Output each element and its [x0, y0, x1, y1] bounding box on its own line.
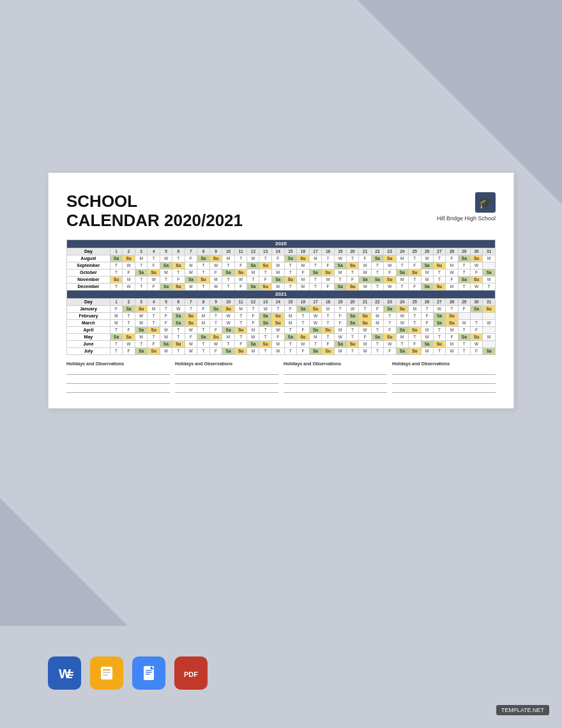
day-cell: M: [234, 305, 247, 312]
day-cell: W: [359, 326, 372, 333]
day-cell: T: [222, 340, 235, 347]
day-cell: T: [259, 347, 272, 354]
day-cell: T: [160, 305, 172, 312]
day-cell: Su: [409, 269, 422, 276]
day-cell: T: [259, 269, 272, 276]
day-cell: W: [209, 262, 222, 269]
day-cell: Su: [359, 312, 372, 319]
holiday-line: [66, 386, 170, 393]
google-docs-icon[interactable]: [132, 656, 165, 690]
day-cell: F: [322, 340, 335, 347]
day-cell: T: [433, 255, 446, 262]
day-cell: Sa: [309, 347, 322, 354]
day-cell: W: [222, 319, 235, 326]
day-cell: T: [222, 262, 235, 269]
day-cell: [458, 312, 470, 319]
day-cell: W: [135, 312, 148, 319]
day-cell: W: [334, 255, 346, 262]
day-cell: Su: [259, 283, 272, 290]
day-cell: W: [383, 283, 396, 290]
day-cell: F: [234, 283, 247, 290]
table-row: AprilTFSaSuMTWTFSaSuMTWTFSaSuMTWTFSaSuMT…: [67, 326, 496, 333]
day-cell: M: [160, 269, 172, 276]
pdf-svg: PDF: [181, 663, 201, 683]
day-cell: T: [359, 305, 372, 312]
day-cell: T: [334, 305, 346, 312]
day-cell: Sa: [359, 276, 372, 283]
day-cell: M: [271, 283, 284, 290]
holiday-col-2: Holidays and Observations: [175, 361, 278, 395]
month-name: December: [67, 283, 110, 290]
day-cell: M: [148, 305, 160, 312]
day-cell: T: [284, 269, 297, 276]
day-cell: Sa: [346, 312, 359, 319]
svg-rect-14: [146, 670, 152, 671]
month-name: March: [67, 319, 110, 326]
word-icon[interactable]: W: [48, 656, 81, 690]
day-cell: M: [110, 312, 123, 319]
pdf-icon[interactable]: PDF: [174, 656, 208, 690]
day-cell: Su: [234, 269, 247, 276]
template-badge: TEMPLATE.NET: [496, 705, 549, 715]
day-cell: M: [371, 319, 383, 326]
day-cell: W: [297, 283, 310, 290]
day-cell: Sa: [309, 326, 322, 333]
table-row: MarchMTWTFSaSuMTWTFSaSuMTWTFSaSuMTWTFSaS…: [67, 319, 496, 326]
day-cell: Sa: [123, 305, 135, 312]
svg-rect-9: [103, 669, 110, 671]
day-cell: T: [110, 326, 123, 333]
holiday-line: [284, 377, 387, 384]
pages-icon[interactable]: [90, 656, 123, 690]
day-cell: T: [247, 276, 259, 283]
day-cell: F: [371, 305, 383, 312]
day-cell: Sa: [172, 312, 185, 319]
day-cell: F: [297, 269, 310, 276]
day-cell: Sa: [396, 269, 409, 276]
day-cell: F: [383, 269, 396, 276]
day-cell: Su: [185, 319, 197, 326]
day-cell: Su: [222, 305, 235, 312]
day-cell: M: [247, 326, 259, 333]
day-cell: F: [148, 283, 160, 290]
day-cell: Su: [123, 333, 135, 340]
day-cell: T: [433, 333, 446, 340]
day-cell: T: [309, 283, 322, 290]
day-cell: Sa: [160, 283, 172, 290]
day-cell: Sa: [247, 262, 259, 269]
day-cell: F: [234, 340, 247, 347]
day-cell: W: [470, 340, 483, 347]
day-cell: M: [483, 276, 496, 283]
day-cell: T: [284, 326, 297, 333]
day-cell: T: [172, 326, 185, 333]
day-cell: T: [172, 269, 185, 276]
day-cell: Su: [271, 319, 284, 326]
day-cell: Su: [297, 255, 310, 262]
day-cell: F: [409, 283, 422, 290]
school-name: Hill Bridge High School: [437, 215, 496, 222]
day-cell: Sa: [458, 276, 470, 283]
day-cell: Su: [359, 319, 372, 326]
pages-svg: [96, 663, 117, 683]
day-cell: M: [446, 262, 459, 269]
day-cell: T: [409, 333, 422, 340]
day-cell: M: [409, 305, 422, 312]
day-cell: M: [247, 269, 259, 276]
day-cell: M: [396, 333, 409, 340]
day-cell: F: [209, 347, 222, 354]
month-name: October: [67, 269, 110, 276]
day-cell: Sa: [421, 283, 433, 290]
holidays-section: Holidays and Observations Holidays and O…: [66, 361, 496, 395]
day-cell: Sa: [396, 326, 409, 333]
day-cell: Sa: [110, 333, 123, 340]
day-cell: T: [172, 347, 185, 354]
holiday-line: [284, 386, 387, 393]
day-cell: T: [209, 319, 222, 326]
day-cell: T: [110, 340, 123, 347]
day-cell: M: [309, 333, 322, 340]
day-cell: Su: [172, 283, 185, 290]
day-cell: T: [309, 262, 322, 269]
day-cell: T: [371, 347, 383, 354]
day-cell: F: [123, 347, 135, 354]
day-cell: T: [284, 262, 297, 269]
day-cell: W: [185, 347, 197, 354]
